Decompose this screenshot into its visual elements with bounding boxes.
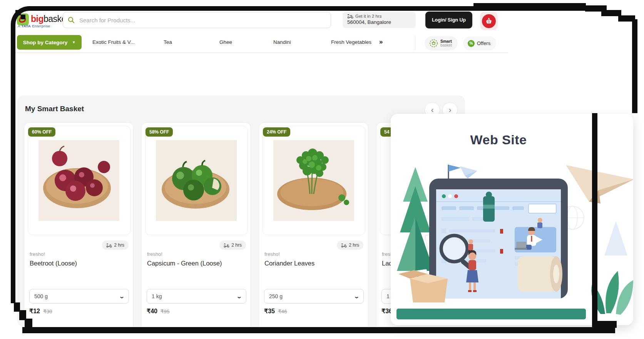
window-frame-right-bottom: [592, 113, 597, 329]
delivery-time-badge: 2 hrs: [102, 240, 129, 250]
product-price: ₹35: [264, 307, 275, 315]
discount-badge: 24% OFF: [263, 127, 290, 137]
dropdown-caret-icon: ▼: [72, 40, 75, 44]
discount-badge: 60% OFF: [28, 127, 55, 137]
offers-pill[interactable]: % Offers: [463, 36, 496, 50]
scooter-icon: [347, 14, 353, 18]
product-name: Coriander Leaves: [264, 260, 314, 267]
delivery-time-badge: 2 hrs: [219, 240, 246, 250]
search-icon: [68, 17, 75, 23]
quantity-select[interactable]: 1 kg⌄: [147, 289, 246, 304]
window-frame-step: [597, 321, 617, 328]
shop-by-category-button[interactable]: Shop by Category ▼: [17, 35, 82, 50]
nav-link-fresh-vegetables[interactable]: Fresh Vegetables: [331, 39, 371, 45]
coriander-photo: [273, 140, 354, 221]
nav-link-ghee[interactable]: Ghee: [219, 39, 232, 45]
window-frame-pixel: [21, 15, 25, 19]
smart-basket-label-2: basket: [440, 43, 452, 48]
product-brand: fresho!: [147, 251, 162, 257]
chevron-down-icon: ⌄: [236, 294, 242, 299]
chevron-down-icon: ⌄: [119, 294, 125, 299]
tata-tagline: A TATA Enterprise: [18, 24, 50, 28]
window-frame-right-top: [632, 19, 637, 113]
chevron-down-icon: ⌄: [354, 294, 360, 299]
window-frame-pixel: [15, 10, 21, 15]
smart-basket-icon: [429, 39, 438, 48]
discount-badge: 58% OFF: [146, 127, 173, 137]
product-brand: fresho!: [30, 251, 45, 257]
quantity-select[interactable]: 500 g⌄: [29, 289, 129, 304]
product-mrp: ₹95: [161, 308, 170, 314]
product-image: [263, 126, 365, 235]
product-image: [145, 126, 248, 235]
nav-divider: [415, 35, 415, 50]
nav-more-chevrons-icon[interactable]: »: [379, 38, 383, 46]
category-nav: Shop by Category ▼ Exotic Fruits & V... …: [15, 34, 508, 53]
product-card[interactable]: 24% OFF 2 hrs fresho! Coriander Leaves 2…: [259, 122, 368, 327]
product-card[interactable]: 58% OFF 2 hrs fresho! Capsicum - Green (…: [141, 122, 251, 327]
product-mrp: ₹46: [278, 308, 287, 314]
logo-big: big: [31, 14, 43, 24]
nav-link-exotic-fruits[interactable]: Exotic Fruits & V...: [92, 39, 135, 45]
basket-icon: [485, 18, 493, 25]
scooter-icon: [224, 243, 229, 247]
window-frame-top-step: [473, 3, 586, 11]
offers-label: Offers: [477, 40, 490, 46]
quantity-select[interactable]: 250 g⌄: [264, 289, 364, 304]
delivery-time-badge: 2 hrs: [337, 240, 363, 250]
scooter-icon: [106, 243, 112, 247]
capsicum-photo: [156, 140, 237, 221]
delivery-eta: Get it in 2 hrs: [355, 14, 381, 18]
product-price: ₹40: [147, 307, 157, 315]
product-card[interactable]: 60% OFF 2 hrs fresho! Beetroot (Loose) 5…: [24, 122, 134, 327]
window-frame-bottom: [22, 327, 615, 333]
smart-basket-pill[interactable]: Smart basket: [425, 36, 458, 50]
product-mrp: ₹30: [43, 308, 52, 314]
search-input[interactable]: [79, 17, 326, 24]
nav-link-nandini[interactable]: Nandini: [273, 39, 291, 45]
product-name: Capsicum - Green (Loose): [147, 260, 222, 267]
beetroot-photo: [38, 140, 119, 221]
product-image: [28, 126, 130, 235]
search-bar[interactable]: [63, 12, 331, 28]
nav-link-tea[interactable]: Tea: [164, 39, 172, 45]
login-signup-button[interactable]: Login/ Sign Up: [425, 12, 472, 28]
product-name: Beetroot (Loose): [30, 260, 77, 267]
window-frame-left: [11, 192, 15, 303]
scooter-icon: [341, 243, 347, 247]
section-title: My Smart Basket: [25, 105, 84, 113]
percent-icon: %: [468, 40, 475, 47]
website-title: Web Site: [391, 132, 606, 147]
delivery-location-widget[interactable]: Get it in 2 hrs 560004, Bangalore: [343, 12, 416, 28]
delivery-pincode: 560004, Bangalore: [347, 19, 411, 25]
product-price: ₹12: [29, 307, 40, 315]
window-frame-top: [166, 6, 473, 11]
product-brand: fresho!: [264, 251, 280, 257]
screenshot-canvas: { "header": { "logo": { "big": "big", "b…: [0, 0, 644, 339]
cart-button[interactable]: [480, 12, 498, 30]
